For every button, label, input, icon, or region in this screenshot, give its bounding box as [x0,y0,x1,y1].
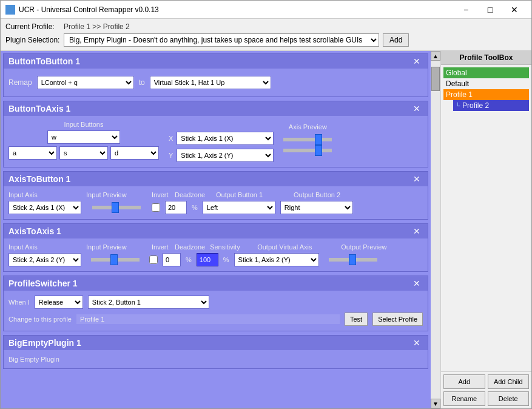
tree-global-label: Global [446,69,467,77]
main-content: Current Profile: Profile 1 >> Profile 2 … [1,19,531,408]
content-area: ButtonToButton 1 ✕ Remap LControl + q to [1,51,531,408]
add-plugin-button[interactable]: Add [383,33,409,47]
axis-to-axis-input-label: Input Axis [8,243,81,251]
tree-item-default[interactable]: Default [443,78,529,89]
s-button-select[interactable]: s [59,146,108,160]
output-button2-label: Output Button 2 [294,191,354,198]
toolbox-buttons: Add Add Child Rename Delete [441,371,531,408]
maximize-button[interactable]: □ [478,1,502,19]
axis-to-button-close[interactable]: ✕ [411,174,423,184]
axis-to-button-input-select[interactable]: Stick 2, Axis 1 (X) [8,201,81,214]
invert-checkbox-2[interactable] [152,203,160,212]
axis-to-button-block: AxisToButton 1 ✕ Input Axis Input Previe… [3,171,428,220]
axis-to-axis-sensitivity-label: Sensitivity [210,243,252,251]
percent-label-3b: % [223,256,229,263]
y-label: Y [169,152,173,159]
remap-input-select[interactable]: LControl + q [37,76,134,89]
deadzone-input-2[interactable] [165,201,187,214]
profile-switcher-header: ProfileSwitcher 1 ✕ [4,276,428,291]
profile-switcher-close[interactable]: ✕ [411,279,423,288]
plugin-selection-label: Plugin Selection: [5,36,60,44]
tree-connector: └ [456,103,460,109]
w-button-select[interactable]: w [47,130,120,144]
minimize-button[interactable]: − [454,1,478,19]
close-button[interactable]: ✕ [502,1,527,19]
window-title: UCR - Universal Control Remapper v0.0.13 [19,5,159,14]
plugins-panel: ButtonToButton 1 ✕ Remap LControl + q to [1,51,431,408]
add-profile-button[interactable]: Add [443,374,485,389]
current-profile-label: Current Profile: [5,22,60,31]
a-button-select[interactable]: a [8,146,57,160]
axis-to-axis-title: AxisToAxis 1 [8,226,61,236]
button-to-axis-block: ButtonToAxis 1 ✕ Input Buttons w [3,101,428,167]
select-profile-button[interactable]: Select Profile [372,313,423,326]
add-child-profile-button[interactable]: Add Child [488,374,530,389]
button-to-axis-header: ButtonToAxis 1 ✕ [4,101,428,116]
big-empty-plugin-close[interactable]: ✕ [411,338,423,348]
when-i-label: When I [8,299,30,306]
percent-label-3a: % [186,256,192,263]
button-to-axis-title: ButtonToAxis 1 [8,104,70,113]
tree-profile2-label: Profile 2 [462,101,489,110]
app-icon [5,5,15,15]
axis-to-axis-block: AxisToAxis 1 ✕ Input Axis Input Preview … [3,223,428,272]
profile-switcher-body: When I Stick - Release Stick 2, Button 1 [4,291,428,331]
tree-item-global[interactable]: Global [443,67,529,78]
button-to-axis-close[interactable]: ✕ [411,104,423,113]
scroll-thumb[interactable] [431,67,440,91]
output-button1-label: Output Button 1 [216,191,289,198]
button-select[interactable]: Stick 2, Button 1 [88,296,209,309]
axis-to-axis-output-select[interactable]: Stick 1, Axis 2 (Y) [234,253,319,266]
sensitivity-input[interactable] [197,253,218,266]
deadzone-label-2: Deadzone [175,191,211,198]
x-axis-select[interactable]: Stick 1, Axis 1 (X) [177,132,274,145]
remap-row: Remap LControl + q to Virtual Stick 1, H… [8,73,423,92]
toolbox-title: Profile ToolBox [441,51,531,65]
d-button-select[interactable]: d [110,146,159,160]
profile-switcher-title: ProfileSwitcher 1 [8,279,78,288]
tree-item-profile1[interactable]: Profile 1 [443,89,529,100]
main-window: UCR - Universal Control Remapper v0.0.13… [0,0,532,409]
scroll-down-button[interactable]: ▼ [431,399,440,408]
menu-area: Current Profile: Profile 1 >> Profile 2 … [1,19,531,408]
y-axis-select[interactable]: Stick 1, Axis 2 (Y) [177,149,274,162]
test-button[interactable]: Test [345,313,368,326]
output-button1-select[interactable]: Left [203,201,275,214]
title-bar: UCR - Universal Control Remapper v0.0.13… [1,1,531,19]
plugin-selection-dropdown[interactable]: Big, Empty Plugin - Doesn't do anything,… [64,33,379,47]
scroll-up-button[interactable]: ▲ [431,51,440,61]
output-button2-select[interactable]: Right [280,201,353,214]
axis-to-button-body: Input Axis Input Preview Invert Deadzone… [4,186,428,219]
axis-preview-label: Axis Preview [289,123,327,130]
big-empty-plugin-header: BigEmptyPlugin 1 ✕ [4,336,428,350]
button-to-axis-body: Input Buttons w a s [4,116,428,167]
axis-to-button-title: AxisToButton 1 [8,174,70,184]
when-select[interactable]: Stick - Release [35,296,83,309]
delete-profile-button[interactable]: Delete [488,391,530,406]
button-to-button-close[interactable]: ✕ [411,56,423,66]
tree-item-profile2[interactable]: └ Profile 2 [453,100,529,111]
axis-to-axis-close[interactable]: ✕ [411,226,423,236]
vertical-scrollbar[interactable]: ▲ ▼ [431,51,440,408]
tree-profile1-label: Profile 1 [446,90,473,99]
profile-switcher-block: ProfileSwitcher 1 ✕ When I Stick - Relea… [3,275,428,331]
profile-value-display: Profile 1 [76,314,340,324]
axis-to-axis-input-select[interactable]: Stick 2, Axis 2 (Y) [8,253,81,266]
big-empty-plugin-title: BigEmptyPlugin 1 [8,338,81,348]
button-to-button-title: ButtonToButton 1 [8,56,80,66]
rename-profile-button[interactable]: Rename [443,391,485,406]
tree-default-label: Default [446,79,469,88]
plugin-selection-row: Plugin Selection: Big, Empty Plugin - Do… [5,32,527,48]
axis-to-axis-preview-label: Input Preview [86,243,147,251]
axis-to-axis-body: Input Axis Input Preview Invert Deadzone… [4,238,428,271]
axis-to-axis-output-preview-label: Output Preview [341,243,389,251]
to-label: to [139,78,145,87]
remap-output-select[interactable]: Virtual Stick 1, Hat 1 Up [150,76,271,89]
profile-tree: Global Default Profile 1 └ Profile 2 [441,65,531,371]
big-empty-plugin-block: BigEmptyPlugin 1 ✕ Big Empty Plugin [3,335,428,369]
invert-checkbox-3[interactable] [149,255,158,264]
deadzone-input-3[interactable] [163,253,181,266]
change-to-label: Change to this profile [8,316,72,323]
profile-toolbox: Profile ToolBox Global Default Profile 1 [440,51,531,408]
button-to-button-header: ButtonToButton 1 ✕ [4,54,428,69]
